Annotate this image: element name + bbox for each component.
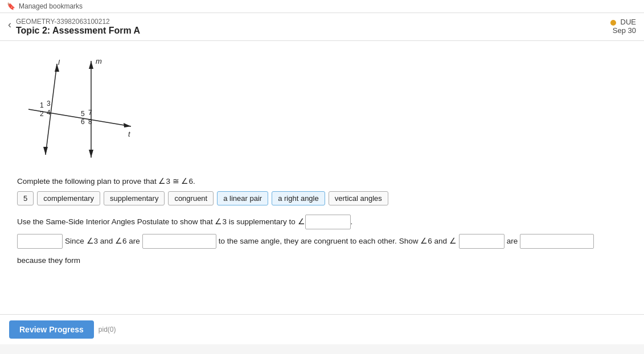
top-bar: 🔖 Managed bookmarks: [0, 0, 644, 13]
back-button[interactable]: ‹: [8, 19, 11, 31]
review-progress-button[interactable]: Review Progress: [9, 320, 94, 339]
due-indicator: [610, 20, 616, 26]
geometry-diagram: l m t 1 3 2 4 5 7 6: [17, 52, 148, 166]
header: ‹ GEOMETRY-33982063100212 Topic 2: Asses…: [0, 13, 644, 41]
use-postulate-text: Use the Same-Side Interior Angles Postul…: [17, 215, 627, 229]
header-left: ‹ GEOMETRY-33982063100212 Topic 2: Asses…: [8, 18, 140, 36]
svg-text:t: t: [128, 130, 131, 138]
svg-line-8: [28, 109, 131, 126]
svg-marker-6: [89, 150, 93, 158]
due-date: Sep 30: [613, 26, 636, 35]
svg-text:6: 6: [81, 118, 85, 126]
svg-text:2: 2: [40, 110, 44, 118]
svg-text:8: 8: [88, 118, 92, 126]
chip-linear-pair[interactable]: a linear pair: [217, 191, 268, 205]
instruction-text: Complete the following plan to prove tha…: [17, 176, 627, 186]
header-due: DUE Sep 30: [610, 18, 636, 35]
bookmark-icon: 🔖: [7, 2, 15, 10]
chip-congruent[interactable]: congruent: [168, 191, 214, 205]
svg-text:7: 7: [88, 109, 92, 117]
page-title: Topic 2: Assessment Form A: [16, 26, 140, 36]
chip-vertical-angles[interactable]: vertical angles: [329, 191, 388, 205]
fill-input-5[interactable]: [520, 234, 594, 249]
pid-label: pid(0): [99, 326, 116, 334]
svg-marker-9: [124, 123, 131, 127]
fill-input-3[interactable]: [142, 234, 216, 249]
due-label: DUE: [621, 18, 636, 26]
chip-5[interactable]: 5: [17, 191, 34, 205]
because-label: because they form: [17, 252, 80, 269]
word-bank: 5 complementary supplementary congruent …: [17, 191, 627, 205]
diagram-area: l m t 1 3 2 4 5 7 6: [17, 52, 627, 166]
header-title-block: GEOMETRY-33982063100212 Topic 2: Assessm…: [16, 18, 140, 36]
svg-text:m: m: [96, 57, 102, 65]
since-label: Since ∠3 and ∠6 are: [65, 233, 140, 250]
svg-text:5: 5: [81, 110, 85, 118]
chip-right-angle[interactable]: a right angle: [272, 191, 325, 205]
chip-supplementary[interactable]: supplementary: [104, 191, 165, 205]
show-label: Show ∠6 and ∠: [399, 233, 457, 250]
fill-input-1[interactable]: [305, 215, 351, 229]
chip-complementary[interactable]: complementary: [37, 191, 100, 205]
svg-text:4: 4: [47, 109, 51, 117]
svg-marker-2: [43, 147, 48, 155]
fill-input-2[interactable]: [17, 234, 63, 249]
fill-input-4[interactable]: [459, 234, 504, 249]
bottom-bar: Review Progress pid(0): [0, 314, 644, 344]
topbar-label: Managed bookmarks: [19, 2, 83, 10]
main-content: l m t 1 3 2 4 5 7 6: [0, 41, 644, 314]
svg-marker-5: [89, 61, 93, 69]
svg-text:3: 3: [47, 100, 51, 108]
to-same-angle-label: to the same angle, they are congruent to…: [219, 233, 397, 250]
header-course: GEOMETRY-33982063100212: [16, 18, 140, 26]
are-label: are: [507, 233, 518, 250]
fill-sentence: Since ∠3 and ∠6 are to the same angle, t…: [17, 233, 627, 269]
svg-text:l: l: [58, 58, 60, 67]
svg-text:1: 1: [40, 101, 44, 109]
